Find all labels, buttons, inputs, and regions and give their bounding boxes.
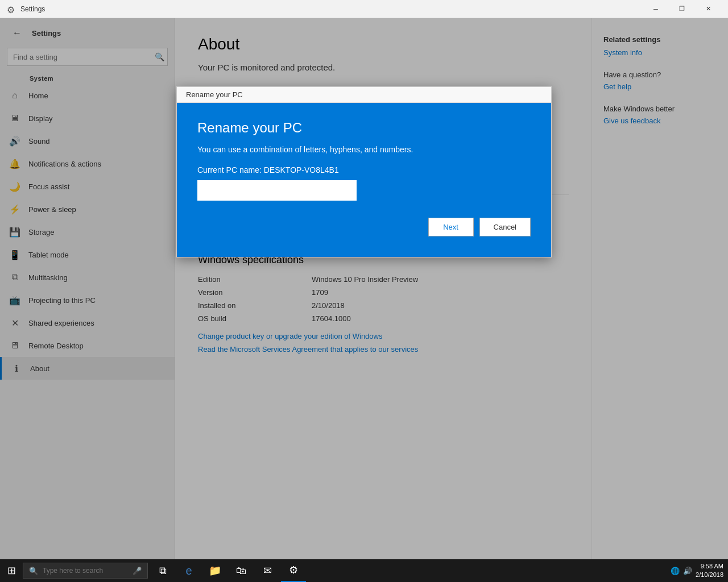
modal-title-bar: Rename your PC (177, 87, 551, 103)
task-view-button[interactable]: ⧉ (150, 559, 175, 582)
microphone-icon[interactable]: 🎤 (133, 567, 142, 575)
file-explorer-button[interactable]: 📁 (202, 559, 228, 582)
network-icon: 🌐 (671, 567, 680, 575)
volume-icon: 🔊 (683, 567, 692, 575)
next-button[interactable]: Next (428, 218, 474, 236)
taskbar-apps: ⧉ e 📁 🛍 ✉ ⚙ (150, 559, 306, 582)
taskbar-system-icons: 🌐 🔊 (671, 567, 692, 575)
title-bar: ⚙ Settings ─ ❐ ✕ (0, 0, 728, 18)
settings-taskbar-button[interactable]: ⚙ (281, 559, 306, 582)
rename-pc-modal: Rename your PC Rename your PC You can us… (176, 86, 552, 257)
settings-icon: ⚙ (7, 5, 16, 14)
cancel-button[interactable]: Cancel (479, 218, 531, 236)
minimize-button[interactable]: ─ (643, 0, 669, 18)
modal-title-text: Rename your PC (186, 90, 243, 99)
mail-button[interactable]: ✉ (255, 559, 280, 582)
taskbar-search-icon: 🔍 (29, 567, 38, 575)
clock-time: 9:58 AM (696, 562, 723, 571)
modal-body: Rename your PC You can use a combination… (177, 103, 551, 257)
rename-input[interactable] (197, 180, 357, 201)
taskbar-right: 🌐 🔊 9:58 AM 2/10/2018 (671, 562, 728, 580)
taskbar-clock: 9:58 AM 2/10/2018 (696, 562, 723, 580)
modal-overlay: Rename your PC Rename your PC You can us… (0, 18, 728, 559)
store-button[interactable]: 🛍 (229, 559, 254, 582)
modal-buttons: Next Cancel (197, 218, 531, 236)
taskbar-search-input[interactable] (43, 567, 128, 575)
modal-current-name: Current PC name: DESKTOP-VO8L4B1 (197, 165, 531, 174)
window-controls: ─ ❐ ✕ (643, 0, 721, 18)
modal-description: You can use a combination of letters, hy… (197, 145, 531, 154)
start-button[interactable]: ⊞ (0, 559, 23, 582)
taskbar-search-box[interactable]: 🔍 🎤 (23, 563, 148, 579)
title-bar-text: Settings (20, 5, 643, 13)
taskbar: ⊞ 🔍 🎤 ⧉ e 📁 🛍 ✉ ⚙ 🌐 🔊 9:58 AM 2/10/2018 (0, 559, 728, 582)
clock-date: 2/10/2018 (696, 571, 723, 579)
restore-button[interactable]: ❐ (669, 0, 695, 18)
close-button[interactable]: ✕ (695, 0, 721, 18)
modal-heading: Rename your PC (197, 120, 531, 136)
edge-button[interactable]: e (176, 559, 201, 582)
